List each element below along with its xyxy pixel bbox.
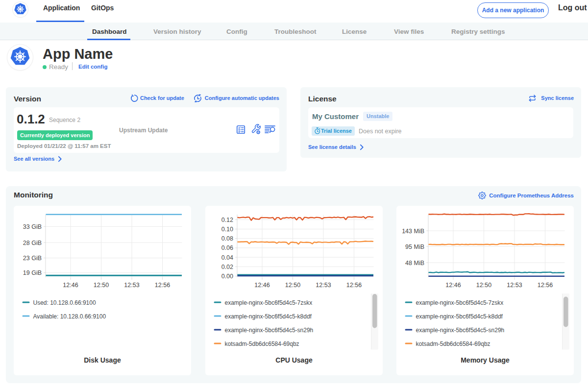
svg-text:Memory Usage: Memory Usage — [461, 356, 510, 364]
svg-text:19 GiB: 19 GiB — [23, 269, 42, 276]
svg-text:0.08: 0.08 — [221, 235, 233, 242]
svg-text:Disk Usage: Disk Usage — [84, 356, 121, 364]
svg-text:28 GiB: 28 GiB — [23, 240, 42, 246]
svg-text:example-nginx-5bc6f5d4c5-sn29h: example-nginx-5bc6f5d4c5-sn29h — [225, 327, 314, 334]
svg-text:12:53: 12:53 — [316, 282, 331, 289]
svg-text:0.06: 0.06 — [221, 244, 233, 251]
svg-text:Available: 10.128.0.66:9100: Available: 10.128.0.66:9100 — [33, 313, 106, 320]
svg-text:12:56: 12:56 — [155, 282, 170, 289]
svg-text:12:46: 12:46 — [63, 282, 78, 289]
svg-text:12:46: 12:46 — [254, 282, 270, 289]
svg-text:example-nginx-5bc6f5d4c5-k8ddf: example-nginx-5bc6f5d4c5-k8ddf — [416, 313, 503, 320]
svg-text:example-nginx-5bc6f5d4c5-7zskx: example-nginx-5bc6f5d4c5-7zskx — [225, 299, 313, 306]
svg-text:48 MiB: 48 MiB — [405, 260, 424, 267]
svg-text:CPU Usage: CPU Usage — [275, 356, 313, 364]
svg-text:143 MiB: 143 MiB — [402, 228, 424, 235]
svg-text:example-nginx-5bc6f5d4c5-sn29h: example-nginx-5bc6f5d4c5-sn29h — [416, 327, 505, 334]
svg-text:0.12: 0.12 — [221, 217, 233, 223]
svg-text:0.04: 0.04 — [221, 254, 233, 261]
svg-text:12:53: 12:53 — [507, 282, 522, 289]
svg-text:12:56: 12:56 — [346, 282, 362, 289]
svg-text:0.10: 0.10 — [221, 226, 233, 233]
svg-text:12:53: 12:53 — [124, 282, 139, 289]
svg-text:12:46: 12:46 — [445, 282, 461, 289]
svg-text:23 GiB: 23 GiB — [23, 255, 42, 262]
svg-text:0.00: 0.00 — [221, 273, 233, 280]
svg-text:kotsadm-5db6dc6584-69qbz: kotsadm-5db6dc6584-69qbz — [225, 341, 299, 347]
svg-text:0.02: 0.02 — [221, 264, 233, 270]
svg-text:33 GiB: 33 GiB — [23, 223, 42, 230]
svg-text:example-nginx-5bc6f5d4c5-7zskx: example-nginx-5bc6f5d4c5-7zskx — [416, 299, 504, 306]
svg-text:12:50: 12:50 — [94, 282, 109, 289]
svg-text:12:50: 12:50 — [285, 282, 300, 289]
svg-text:kotsadm-5db6dc6584-69qbz: kotsadm-5db6dc6584-69qbz — [416, 341, 490, 347]
svg-text:example-nginx-5bc6f5d4c5-k8ddf: example-nginx-5bc6f5d4c5-k8ddf — [225, 313, 312, 320]
svg-text:Used: 10.128.0.66:9100: Used: 10.128.0.66:9100 — [33, 299, 96, 306]
svg-text:12:56: 12:56 — [538, 282, 553, 289]
svg-text:12:50: 12:50 — [476, 282, 491, 289]
svg-text:95 MiB: 95 MiB — [405, 244, 424, 250]
